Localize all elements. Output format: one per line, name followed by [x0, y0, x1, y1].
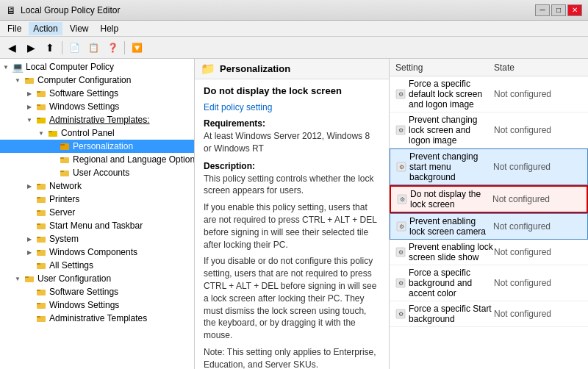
menu-file[interactable]: File: [3, 22, 26, 35]
tree-icon-control-panel: [47, 127, 59, 139]
up-button[interactable]: ⬆: [41, 40, 59, 56]
tree-item-start-menu[interactable]: Start Menu and Taskbar: [0, 219, 194, 232]
tree-expand-admin-templates: ▼: [24, 117, 35, 123]
settings-row-6[interactable]: ⚙Force a specific background and accent …: [390, 265, 588, 301]
svg-text:⚙: ⚙: [398, 127, 404, 134]
settings-row-0[interactable]: ⚙Force a specific default lock screen an…: [390, 76, 588, 112]
forward-button[interactable]: ▶: [22, 40, 40, 56]
menu-view[interactable]: View: [65, 22, 93, 35]
tree-label-software-settings: Software Settings: [49, 88, 118, 98]
menu-help[interactable]: Help: [96, 22, 123, 35]
tree-expand-user-config: ▼: [12, 276, 24, 282]
tree-item-regional[interactable]: Regional and Language Options: [0, 153, 194, 166]
properties-button[interactable]: 📋: [85, 40, 102, 56]
tree-item-network[interactable]: ▶Network: [0, 179, 194, 193]
description-text4: Note: This setting only applies to Enter…: [204, 346, 380, 369]
settings-row-1[interactable]: ⚙Prevent changing lock screen and logon …: [390, 112, 588, 148]
tree-icon-server: [35, 207, 47, 218]
policy-state-3: Not configured: [492, 194, 581, 204]
tree-expand-network: ▶: [24, 183, 35, 190]
settings-row-name-6: ⚙Force a specific background and accent …: [395, 268, 494, 298]
tree-item-user-software[interactable]: Software Settings: [0, 285, 194, 298]
tree-icon-user-admin: [35, 312, 47, 324]
window-icon: 🖥: [6, 4, 16, 16]
policy-label-0: Force a specific default lock screen and…: [409, 79, 494, 110]
tree-label-regional: Regional and Language Options: [73, 154, 195, 165]
tree-icon-personalization: [59, 140, 71, 152]
svg-text:⚙: ⚙: [399, 164, 404, 171]
tree-icon-user-windows: [35, 299, 47, 311]
tree-label-printers: Printers: [49, 194, 79, 204]
menu-action[interactable]: Action: [29, 22, 62, 35]
tree-item-windows-settings[interactable]: ▶Windows Settings: [0, 100, 194, 113]
tree-item-printers[interactable]: Printers: [0, 193, 194, 206]
tree-icon-start-menu: [35, 220, 47, 232]
tree-expand-software-settings: ▶: [24, 90, 35, 97]
tree-item-all-settings[interactable]: All Settings: [0, 259, 194, 272]
show-hide-button[interactable]: 📄: [65, 40, 83, 56]
tree-item-user-config[interactable]: ▼User Configuration: [0, 272, 194, 285]
settings-row-3[interactable]: ⚙Do not display the lock screenNot confi…: [390, 185, 588, 213]
description-label: Description:: [204, 161, 380, 171]
help-button[interactable]: ❓: [104, 40, 121, 56]
tree-item-server[interactable]: Server: [0, 206, 194, 219]
description-text2: If you enable this policy setting, users…: [204, 201, 380, 251]
requirements-text: At least Windows Server 2012, Windows 8 …: [204, 130, 380, 155]
policy-icon-3: ⚙: [397, 194, 407, 204]
settings-row-name-1: ⚙Prevent changing lock screen and logon …: [395, 115, 494, 146]
svg-rect-37: [37, 316, 40, 318]
description-text3: If you disable or do not configure this …: [204, 255, 380, 342]
svg-rect-35: [37, 303, 40, 304]
svg-rect-7: [37, 118, 40, 119]
tree-item-system[interactable]: ▶System: [0, 232, 194, 246]
tree-item-admin-templates[interactable]: ▼Administrative Templates:: [0, 113, 194, 126]
main-container: ▼💻Local Computer Policy▼Computer Configu…: [0, 59, 588, 369]
tree-panel: ▼💻Local Computer Policy▼Computer Configu…: [0, 59, 195, 369]
tree-icon-printers: [35, 193, 47, 205]
policy-icon-4: ⚙: [396, 221, 406, 232]
window-controls: ─ □ ✕: [535, 4, 582, 16]
settings-row-2[interactable]: ⚙Prevent changing start menu backgroundN…: [390, 148, 588, 185]
settings-row-name-0: ⚙Force a specific default lock screen an…: [395, 79, 494, 110]
tree-item-windows-components[interactable]: ▶Windows Components: [0, 246, 194, 259]
menu-bar: File Action View Help: [0, 21, 588, 37]
settings-row-name-5: ⚙Prevent enabling lock screen slide show: [395, 242, 494, 262]
tree-label-start-menu: Start Menu and Taskbar: [49, 221, 143, 231]
title-bar: 🖥 Local Group Policy Editor ─ □ ✕: [0, 0, 588, 21]
maximize-button[interactable]: □: [551, 4, 566, 16]
tree-label-computer-config: Computer Configuration: [37, 75, 131, 85]
settings-row-7[interactable]: ⚙Force a specific Start backgroundNot co…: [390, 301, 588, 327]
svg-text:⚙: ⚙: [400, 196, 405, 203]
policy-state-1: Not configured: [494, 125, 582, 135]
tree-item-user-accounts[interactable]: User Accounts: [0, 166, 194, 179]
tree-item-user-windows[interactable]: Windows Settings: [0, 298, 194, 312]
tree-item-control-panel[interactable]: ▼Control Panel: [0, 126, 194, 140]
settings-row-5[interactable]: ⚙Prevent enabling lock screen slide show…: [390, 240, 588, 265]
settings-header: Setting State: [390, 59, 588, 76]
detail-panel: 📁 Personalization Do not display the loc…: [195, 59, 390, 369]
minimize-button[interactable]: ─: [535, 4, 550, 16]
tree-label-system: System: [49, 234, 79, 244]
edit-policy-link[interactable]: Edit policy setting: [204, 102, 272, 112]
svg-rect-27: [37, 250, 40, 251]
toolbar-separator: [62, 41, 62, 54]
filter-button[interactable]: 🔽: [128, 40, 146, 56]
tree-item-root[interactable]: ▼💻Local Computer Policy: [0, 60, 194, 74]
svg-rect-25: [37, 237, 40, 238]
tree-item-software-settings[interactable]: ▶Software Settings: [0, 87, 194, 100]
settings-row-4[interactable]: ⚙Prevent enabling lock screen cameraNot …: [390, 213, 588, 240]
detail-header-title: Personalization: [220, 63, 290, 74]
toolbar-separator2: [124, 41, 125, 54]
tree-icon-user-config: [24, 273, 35, 284]
tree-item-computer-config[interactable]: ▼Computer Configuration: [0, 74, 194, 87]
tree-expand-computer-config: ▼: [12, 77, 24, 84]
tree-expand-windows-settings: ▶: [24, 104, 35, 110]
close-button[interactable]: ✕: [567, 4, 582, 16]
tree-item-personalization[interactable]: Personalization: [0, 140, 194, 153]
tree-label-windows-components: Windows Components: [49, 247, 137, 257]
policy-state-2: Not configured: [493, 162, 581, 172]
back-button[interactable]: ◀: [3, 40, 21, 56]
tree-item-user-admin[interactable]: Administrative Templates: [0, 312, 194, 325]
svg-rect-29: [37, 263, 40, 265]
col-state-header: State: [494, 62, 582, 73]
